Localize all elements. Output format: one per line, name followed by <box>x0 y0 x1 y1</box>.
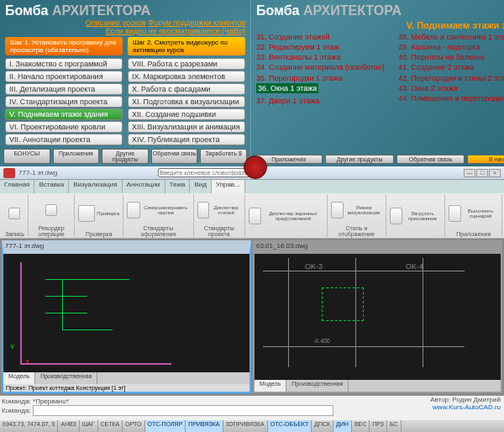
lesson-c1-4[interactable]: V. Поднимаем этажи здания <box>5 108 123 120</box>
btm2-2[interactable]: Обратная связь <box>396 155 465 164</box>
sb-ang: АНВЗ <box>58 420 79 432</box>
ribbon-icon-8[interactable] <box>449 205 461 222</box>
ribbon-icon-2[interactable] <box>78 205 95 222</box>
ribbon-group-4: Диспетчер стилейСтандарты проекта <box>194 195 245 237</box>
item-2[interactable]: 33. Вентканалы 1 этажа <box>256 52 391 62</box>
ribbon-tab-5[interactable]: Вид <box>190 180 211 193</box>
item-10[interactable]: 41. Создание 2 этажа <box>398 62 504 72</box>
lesson-c1-6[interactable]: VII. Аннотации проекта <box>5 134 123 145</box>
ribbon-tab-0[interactable]: Главная <box>0 180 34 193</box>
lesson-c2-0[interactable]: VIII. Работа с разрезами <box>128 58 245 70</box>
btm1-1[interactable]: Приложения <box>53 149 100 164</box>
brand-light: АРХИТЕКТОРА <box>48 3 150 18</box>
ribbon-icon-6[interactable] <box>331 202 344 219</box>
item-9[interactable]: 40. Периллы на балконе <box>398 52 504 62</box>
viewport-2[interactable]: 63.01_16.03.dwg OK-3 OK-4 -6.400 МодельП… <box>253 240 502 393</box>
ribbon-icon-0[interactable] <box>8 208 20 219</box>
item-11[interactable]: 42. Перегородки и стены 2 этажа <box>398 73 504 83</box>
status-10[interactable]: ПРЗ <box>370 420 387 432</box>
cmd-line-1: Команда: *Прервано* <box>2 398 502 405</box>
vt1-tab-1[interactable]: Производственная <box>35 372 97 384</box>
lesson-c2-6[interactable]: XIV. Публикация проекта <box>128 134 245 145</box>
lesson-c2-1[interactable]: IX. Маркировка элементов <box>128 71 245 82</box>
lesson-c2-4[interactable]: XII. Создание подшивки <box>128 108 245 120</box>
vt2-tab-1[interactable]: Производственная <box>286 380 349 392</box>
btm1-2[interactable]: Другие продукты <box>102 149 149 164</box>
lesson-c1-2[interactable]: III. Детализация проекта <box>5 83 123 95</box>
btm1-0[interactable]: БОНУСЫ <box>3 149 50 164</box>
status-7[interactable]: ДПСК <box>312 420 333 432</box>
ribbon-tab-6[interactable]: Управ... <box>212 180 245 193</box>
cmd-input[interactable] <box>33 405 333 416</box>
viewport-1[interactable]: 777-1 эт.dwg Y X МодельПроизводственная … <box>2 240 251 393</box>
vt2-tab-0[interactable]: Модель <box>255 380 286 392</box>
ribbon-group-5: Диспетчер экранных представлений <box>245 195 328 237</box>
ribbon-tab-2[interactable]: Визуализация <box>69 180 122 193</box>
item-8[interactable]: 39. Колонна - подпорка <box>398 42 504 52</box>
lesson-c2-3[interactable]: XI. Подготовка к визуализации <box>128 96 245 108</box>
ribbon-group-3: Синхронизировать чертежСтандарты оформле… <box>123 195 193 237</box>
cmd-label: Команда: <box>2 407 31 414</box>
ribbon-tab-3[interactable]: Аннотации <box>123 180 165 193</box>
ribbon-icon-3[interactable] <box>127 202 140 219</box>
brand-bold-2: Бомба <box>256 3 299 18</box>
section-title: V. Поднимаем этажи здания <box>256 20 504 30</box>
ribbon-icon-5[interactable] <box>249 208 261 224</box>
project-bar: Проект: Проект коттеджа Конструкция [1 э… <box>3 384 249 392</box>
item-1[interactable]: 32. Редактируем 1 этаж <box>256 42 391 52</box>
btm2-3[interactable]: В начало <box>467 155 504 164</box>
item-3[interactable]: 34. Создание материала (газобетон) <box>256 62 391 72</box>
ribbon-group-8: Выполнить сценарийПриложения <box>445 195 502 237</box>
status-9[interactable]: ВЕС <box>352 420 370 432</box>
status-0[interactable]: ШАГ <box>80 420 98 432</box>
author-url[interactable]: www.Kurs-AutoCAD.ru <box>433 403 501 411</box>
lesson-c2-5[interactable]: XIII. Визуализация и анимация <box>128 121 245 133</box>
lesson-c1-0[interactable]: I. Знакомство с программой <box>5 58 123 70</box>
lesson-c1-3[interactable]: IV. Стандартизация проекта <box>5 96 123 108</box>
item-0[interactable]: 31. Создание этажей <box>256 32 391 42</box>
btm2-1[interactable]: Другие продукты <box>325 155 393 164</box>
ribbon-group-7: Загрузить приложение <box>386 195 446 237</box>
status-11[interactable]: БС <box>387 420 402 432</box>
btm1-3[interactable]: Обратная связь <box>151 149 198 164</box>
item-4[interactable]: 35. Перегородки 1 этажа <box>256 73 391 83</box>
wax-seal <box>244 155 267 179</box>
item-13[interactable]: 44. Помещения и перегородки 2 этажа <box>398 93 504 103</box>
status-8[interactable]: ДИН <box>333 420 352 432</box>
item-6[interactable]: 37. Двери 1 этажа <box>256 96 391 106</box>
status-2[interactable]: ОРТО <box>123 420 144 432</box>
coords: 6943.73, 7474.07, 0 <box>0 420 58 432</box>
status-3[interactable]: ОТС-ПОЛЯР <box>145 420 186 432</box>
step1[interactable]: Шаг 1. Установить программу для просмотр… <box>5 37 123 55</box>
status-6[interactable]: ОТС-ОБЪЕКТ <box>268 420 312 432</box>
link-lessons[interactable]: Описание уроков <box>86 18 146 27</box>
link-forum[interactable]: Форум поддержки клиентов <box>148 18 245 27</box>
ribbon-icon-1[interactable] <box>45 204 57 216</box>
item-5[interactable]: 36. Окна 1 этажа <box>256 83 318 93</box>
status-4[interactable]: ПРИВЯЗКА <box>186 420 223 432</box>
item-12[interactable]: 43. Окна 2 этажа <box>398 83 504 93</box>
link-faq[interactable]: Если видео не просматривается (ЧаВо) <box>106 27 245 35</box>
status-1[interactable]: СЕТКА <box>98 420 123 432</box>
ribbon-icon-7[interactable] <box>390 208 402 224</box>
lesson-c1-5[interactable]: VI. Проектирование кровли <box>5 121 123 133</box>
item-7[interactable]: 38. Мебель и сантехника 1 этажа <box>398 32 504 42</box>
ribbon-tab-4[interactable]: Тема <box>165 180 191 193</box>
close-button[interactable]: × <box>489 169 501 177</box>
ribbon-tab-1[interactable]: Вставка <box>34 180 69 193</box>
lesson-c1-1[interactable]: II. Начало проектирования <box>5 71 123 82</box>
min-button[interactable]: — <box>464 169 475 177</box>
ribbon-icon-4[interactable] <box>197 202 210 219</box>
btm1-4[interactable]: Заработать $ <box>200 149 247 164</box>
ribbon-group-6: Режим визуализацииСтиль и отображение <box>328 195 386 237</box>
app-menu-icon[interactable] <box>3 168 15 178</box>
status-5[interactable]: 3DПРИВЯЗКА <box>223 420 268 432</box>
max-button[interactable]: □ <box>476 169 488 177</box>
vt1-tab-0[interactable]: Модель <box>3 372 35 384</box>
lesson-c2-2[interactable]: X. Работа с фасадами <box>128 83 245 95</box>
step2[interactable]: Шаг 2. Смотреть видеокурс по активации к… <box>128 37 245 55</box>
ribbon-group-2: ПроверкаПроверка <box>75 195 123 237</box>
brand-bold: Бомба <box>5 3 48 18</box>
brand-light-2: АРХИТЕКТОРА <box>299 3 401 18</box>
author: Автор: Родин Дмитрий <box>430 396 501 403</box>
